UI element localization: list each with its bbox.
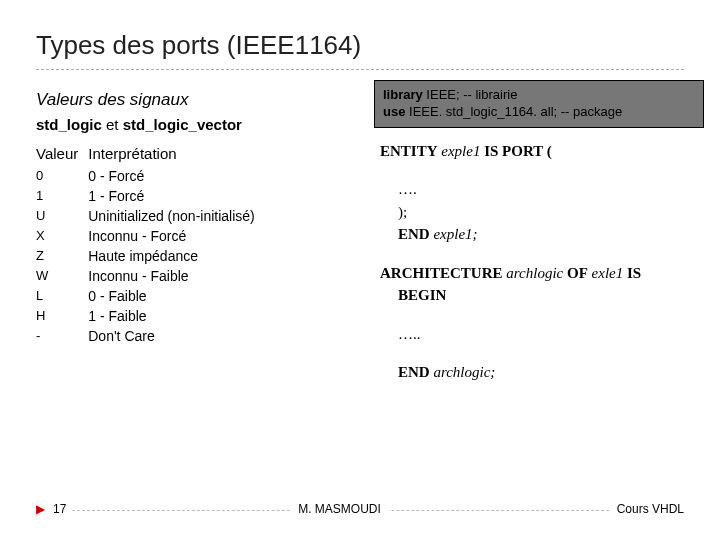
kw-end2: END	[398, 364, 430, 380]
kw-library: library	[383, 87, 423, 102]
table-row: 11 - Forcé	[36, 186, 265, 206]
table-row: ZHaute impédance	[36, 246, 265, 266]
slide-footer: ▶ 17 M. MASMOUDI Cours VHDL	[0, 502, 720, 516]
cell-sym: Z	[36, 246, 88, 266]
library-code-box: library IEEE; -- librairie use IEEE. std…	[374, 80, 704, 128]
cell-sym: W	[36, 266, 88, 286]
cell-sym: 1	[36, 186, 88, 206]
cell-sym: 0	[36, 166, 88, 186]
cell-txt: Inconnu - Faible	[88, 266, 265, 286]
arch-ent: exle1	[588, 265, 627, 281]
end2-name: archlogic;	[430, 364, 496, 380]
end-name: exple1;	[430, 226, 478, 242]
cell-txt: 1 - Forcé	[88, 186, 265, 206]
code-line: END exple1;	[398, 223, 704, 246]
footer-author: M. MASMOUDI	[290, 502, 389, 516]
cell-txt: Don't Care	[88, 326, 265, 346]
cell-txt: Haute impédance	[88, 246, 265, 266]
values-table: Valeur Interprétation 00 - Forcé 11 - Fo…	[36, 143, 265, 346]
code-line: );	[398, 201, 704, 224]
code-line: library IEEE; -- librairie	[383, 87, 695, 104]
title-divider	[36, 69, 684, 70]
table-row: XInconnu - Forcé	[36, 226, 265, 246]
type-description: std_logic et std_logic_vector	[36, 116, 356, 133]
slide-title: Types des ports (IEEE1164)	[36, 30, 684, 61]
code-line: ARCHITECTURE archlogic OF exle1 IS	[380, 262, 704, 285]
code-line: …..	[398, 323, 704, 346]
code-rest: IEEE. std_logic_1164. all; -- package	[405, 104, 622, 119]
footer-course: Cours VHDL	[609, 502, 684, 516]
type-sep: et	[102, 116, 123, 133]
type-c: std_logic_vector	[123, 116, 242, 133]
code-line: ENTITY exple1 IS PORT (	[380, 140, 704, 163]
page-number: 17	[53, 502, 70, 516]
kw-isport: IS PORT (	[484, 143, 552, 159]
code-line: use IEEE. std_logic_1164. all; -- packag…	[383, 104, 695, 121]
table-row: 00 - Forcé	[36, 166, 265, 186]
kw-is: IS	[627, 265, 641, 281]
sub-header: Valeurs des signaux	[36, 90, 356, 110]
arch-name: archlogic	[503, 265, 567, 281]
kw-arch: ARCHITECTURE	[380, 265, 503, 281]
code-line: ….	[398, 178, 704, 201]
kw-entity: ENTITY	[380, 143, 438, 159]
table-row: WInconnu - Faible	[36, 266, 265, 286]
code-line: BEGIN	[380, 284, 704, 307]
table-row: H1 - Faible	[36, 306, 265, 326]
cell-sym: U	[36, 206, 88, 226]
table-row: -Don't Care	[36, 326, 265, 346]
code-rest: IEEE; -- librairie	[423, 87, 518, 102]
col-value: Valeur	[36, 143, 88, 166]
kw-of: OF	[567, 265, 588, 281]
table-row: UUninitialized (non-initialisé)	[36, 206, 265, 226]
cell-txt: 1 - Faible	[88, 306, 265, 326]
type-a: std_logic	[36, 116, 102, 133]
vhdl-code: ENTITY exple1 IS PORT ( …. ); END exple1…	[374, 140, 704, 384]
kw-end: END	[398, 226, 430, 242]
chevron-right-icon: ▶	[36, 502, 45, 516]
cell-txt: Inconnu - Forcé	[88, 226, 265, 246]
kw-use: use	[383, 104, 405, 119]
cell-sym: -	[36, 326, 88, 346]
cell-sym: X	[36, 226, 88, 246]
cell-txt: 0 - Forcé	[88, 166, 265, 186]
table-row: L0 - Faible	[36, 286, 265, 306]
cell-txt: 0 - Faible	[88, 286, 265, 306]
cell-txt: Uninitialized (non-initialisé)	[88, 206, 265, 226]
code-line: END archlogic;	[380, 361, 704, 384]
col-interp: Interprétation	[88, 143, 265, 166]
kw-begin: BEGIN	[398, 287, 446, 303]
cell-sym: H	[36, 306, 88, 326]
cell-sym: L	[36, 286, 88, 306]
entity-name: exple1	[438, 143, 485, 159]
